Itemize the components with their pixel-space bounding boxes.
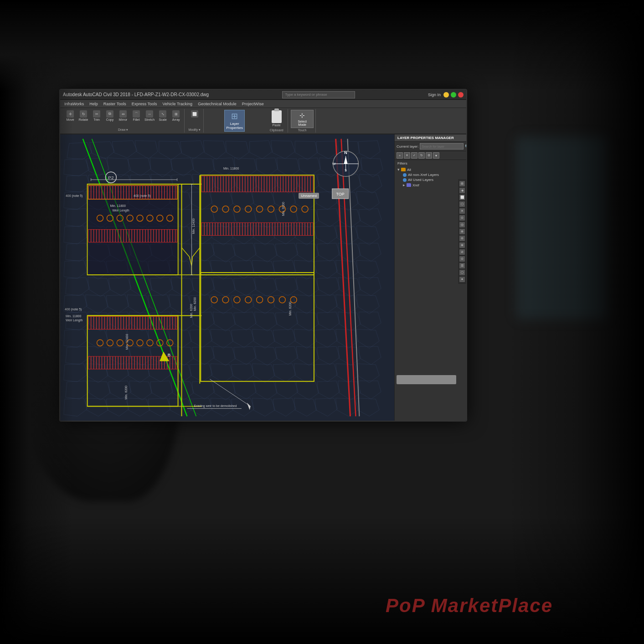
layer-current-button[interactable]: ✓	[411, 152, 417, 159]
folder-icon-xref	[407, 183, 411, 187]
layer-search-icon[interactable]: 🔍	[465, 144, 466, 149]
icon-15[interactable]: ✦	[459, 277, 465, 282]
svg-text:Weir Length: Weir Length	[112, 209, 129, 212]
filter-all-label: All	[407, 168, 411, 172]
clipboard-label: Clipboard	[270, 129, 283, 132]
paste-button[interactable]: Paste	[268, 110, 284, 127]
modify-label: Modify ▾	[188, 128, 201, 132]
current-layer-label: Current layer:	[397, 144, 418, 149]
icon-4[interactable]: ⬡	[459, 201, 465, 207]
search-placeholder: Type a keyword or phrase	[285, 93, 327, 97]
mirror-button[interactable]: ⇔ Mirror	[117, 110, 129, 122]
ribbon-group-layers: ⊞ LayerProperties H Hatch ★ Make Current…	[205, 109, 264, 133]
icon-8[interactable]: ⊕	[459, 229, 465, 234]
fillet-button[interactable]: ⌒ Fillet	[130, 110, 143, 122]
icon-7[interactable]: ◎	[459, 222, 465, 227]
svg-text:Min. 6200: Min. 6200	[193, 297, 196, 311]
cad-screen: Autodesk AutoCAD Civil 3D 2018 - LFD-ARP…	[60, 90, 466, 421]
select-mode-button[interactable]: ⊹ SelectMode	[291, 110, 314, 128]
menu-projectwise[interactable]: ProjectWise	[240, 101, 266, 107]
svg-text:TOP: TOP	[336, 192, 345, 196]
menu-geotechnical[interactable]: Geotechnical Module	[196, 101, 239, 107]
minimize-button[interactable]	[443, 92, 449, 98]
filter-xref-label: Xref	[412, 183, 419, 187]
icon-6[interactable]: ⊙	[459, 215, 465, 221]
expand-icon-xref: ▸	[403, 183, 405, 187]
icon-2[interactable]: ◈	[459, 188, 465, 193]
layer-settings-button[interactable]: ⚙	[426, 152, 432, 159]
layer-panel-title: LAYER PROPERTIES MANAGER	[395, 134, 466, 142]
layer-props-label: LayerProperties	[226, 122, 242, 130]
fillet-icon: ⌒	[133, 110, 140, 118]
layer-toolbar: + ✕ ✓ ↻ ⚙ ▼	[395, 151, 466, 160]
bg-right-vignette	[507, 0, 644, 644]
layer-panel-scrollbar[interactable]	[397, 375, 456, 384]
cad-drawing-area[interactable]: TOP N S W P2 400 (note 5) 400 (note 5) M…	[60, 134, 394, 421]
filter-used-label: All Used Layers	[408, 178, 433, 182]
array-button[interactable]: ⊞ Array	[170, 110, 182, 122]
layer-properties-button[interactable]: ⊞ LayerProperties	[224, 110, 245, 132]
menu-vehicle[interactable]: Vehicle Tracking	[160, 101, 195, 107]
search-bar[interactable]: Type a keyword or phrase	[282, 91, 355, 98]
rotate-button[interactable]: ↻ Rotate	[77, 110, 90, 122]
layer-filters: Filters ▾ All All non-Xref Layers All Us…	[395, 160, 466, 189]
stretch-icon: ↔	[146, 110, 153, 118]
layer-new-button[interactable]: +	[397, 152, 403, 159]
svg-text:Min. 12400: Min. 12400	[192, 218, 195, 234]
menu-raster[interactable]: Raster Tools	[101, 101, 129, 107]
filter-all[interactable]: ▾ All	[397, 167, 464, 172]
icon-12[interactable]: ⊙	[459, 256, 465, 262]
modify-icon1: ⬜	[191, 110, 198, 118]
icon-10[interactable]: ⊗	[459, 242, 465, 248]
svg-text:Min. 12400: Min. 12400	[125, 334, 129, 350]
filter-used[interactable]: All Used Layers	[403, 177, 464, 182]
app-title: Autodesk AutoCAD Civil 3D 2018 - LFD-ARP…	[63, 92, 209, 97]
layer-props-icon: ⊞	[231, 111, 238, 121]
copy-button[interactable]: ⧉ Copy	[103, 110, 116, 122]
icon-5[interactable]: ✕	[459, 208, 465, 214]
trim-icon: ✂	[93, 110, 100, 118]
svg-text:B: B	[168, 353, 171, 357]
ribbon-group-clipboard: Paste Clipboard	[265, 109, 288, 133]
icon-3[interactable]: ⬜	[459, 195, 465, 200]
filter-non-xref-label: All non-Xref Layers	[408, 173, 439, 177]
menu-bar: InfraWorks Help Raster Tools Express Too…	[60, 100, 466, 108]
rotate-icon: ↻	[80, 110, 87, 118]
layer-search-input[interactable]	[420, 143, 464, 149]
icon-11[interactable]: ⊘	[459, 249, 465, 255]
ribbon-group-modify: ⬜ Modify ▾	[185, 109, 204, 133]
layer-properties-panel: LAYER PROPERTIES MANAGER Current layer: …	[394, 134, 466, 421]
icon-9[interactable]: ⊖	[459, 236, 465, 241]
menu-help[interactable]: Help	[87, 101, 100, 107]
svg-rect-0	[60, 139, 394, 417]
trim-button[interactable]: ✂ Trim	[90, 110, 103, 122]
scale-icon: ⤡	[159, 110, 166, 118]
modify-btn1[interactable]: ⬜	[188, 110, 201, 118]
unnamed-layer-tag[interactable]: Unnamed	[299, 193, 319, 199]
svg-text:Min. 6200: Min. 6200	[289, 302, 292, 316]
menu-express[interactable]: Express Tools	[129, 101, 160, 107]
sign-in-label[interactable]: Sign In	[428, 93, 441, 97]
monitor: Autodesk AutoCAD Civil 3D 2018 - LFD-ARP…	[59, 89, 467, 422]
ribbon-group-draw: ✛ Move ↻ Rotate ✂ Trim ⧉ Copy	[62, 109, 185, 133]
icon-1[interactable]: ⊞	[459, 181, 465, 186]
select-mode-icon: ⊹	[299, 112, 305, 119]
filter-xref[interactable]: ▸ Xref	[403, 182, 464, 188]
icon-13[interactable]: ☰	[459, 263, 465, 268]
svg-text:N: N	[344, 150, 347, 155]
filter-non-xref[interactable]: All non-Xref Layers	[403, 172, 464, 177]
layer-delete-button[interactable]: ✕	[404, 152, 410, 159]
paste-icon	[272, 110, 282, 123]
stretch-button[interactable]: ↔ Stretch	[143, 110, 156, 122]
scale-button[interactable]: ⤡ Scale	[156, 110, 169, 122]
copy-icon: ⧉	[106, 110, 113, 118]
svg-text:Min. 6200: Min. 6200	[190, 304, 193, 318]
filters-label: Filters	[397, 161, 464, 165]
layer-refresh-button[interactable]: ↻	[418, 152, 425, 159]
close-button[interactable]	[458, 92, 464, 98]
maximize-button[interactable]	[451, 92, 456, 98]
draw-label: Draw ▾	[118, 128, 128, 132]
layer-filter-button[interactable]: ▼	[433, 152, 439, 159]
icon-14[interactable]: ⬡	[459, 270, 465, 275]
svg-text:400 (note 5): 400 (note 5)	[134, 194, 151, 198]
